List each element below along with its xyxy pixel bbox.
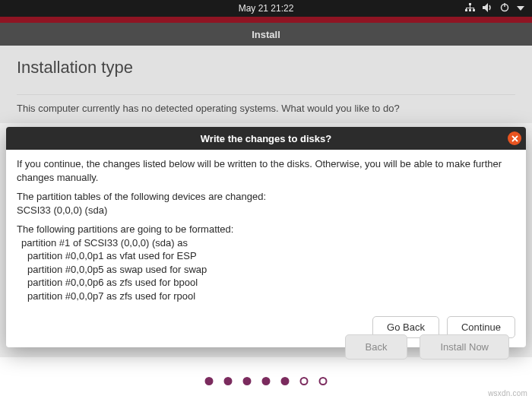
svg-rect-7: [470, 8, 470, 10]
installer-nav-actions: Back Install Now: [345, 334, 509, 359]
close-button[interactable]: [508, 131, 521, 145]
progress-dots: [205, 377, 328, 385]
dialog-intro: If you continue, the changes listed belo…: [17, 157, 515, 184]
power-icon[interactable]: [500, 3, 509, 14]
svg-marker-9: [483, 3, 488, 12]
install-now-button[interactable]: Install Now: [420, 334, 509, 359]
svg-rect-8: [473, 8, 474, 10]
format-heading: The following partitions are going to be…: [17, 223, 233, 235]
progress-dot: [300, 377, 309, 385]
progress-dot: [224, 377, 233, 385]
svg-rect-6: [466, 8, 467, 10]
partition-tables-heading: The partition tables of the following de…: [17, 191, 266, 202]
svg-rect-4: [470, 5, 470, 8]
partition-line: partition #0,0,0p6 as zfs used for bpool: [27, 277, 198, 288]
progress-dot: [281, 377, 290, 385]
partition-line: partition #0,0,0p1 as vfat used for ESP: [27, 250, 197, 261]
svg-rect-11: [504, 3, 505, 7]
chevron-down-icon[interactable]: [517, 3, 524, 14]
format-device: partition #1 of SCSI33 (0,0,0) (sda) as: [21, 237, 188, 249]
divider: [17, 94, 515, 95]
accent-strip: [0, 17, 532, 23]
clock: May 21 21:22: [239, 3, 294, 14]
partition-line: partition #0,0,0p5 as swap used for swap: [27, 264, 207, 275]
installer-window: Install Installation type This computer …: [0, 23, 532, 123]
dialog-title: Write the changes to disks?: [201, 133, 331, 144]
installation-question: This computer currently has no detected …: [17, 103, 515, 114]
svg-marker-12: [517, 6, 524, 11]
progress-dot: [262, 377, 271, 385]
write-changes-dialog: Write the changes to disks? If you conti…: [6, 127, 526, 347]
partition-line: partition #0,0,0p7 as zfs used for rpool: [27, 290, 195, 302]
partition-tables-device: SCSI33 (0,0,0) (sda): [17, 204, 107, 216]
installer-title-bar: Install: [0, 23, 532, 46]
watermark: wsxdn.com: [488, 389, 527, 397]
network-icon[interactable]: [465, 3, 475, 14]
svg-rect-0: [469, 3, 471, 5]
system-tray: [465, 3, 524, 14]
dialog-title-bar: Write the changes to disks?: [6, 127, 526, 150]
dialog-body: If you continue, the changes listed belo…: [6, 150, 526, 312]
page-heading: Installation type: [17, 58, 515, 78]
progress-dot: [205, 377, 214, 385]
back-button[interactable]: Back: [345, 334, 408, 359]
top-menu-bar: May 21 21:22: [0, 0, 532, 17]
close-icon: [511, 135, 518, 142]
progress-dot: [319, 377, 328, 385]
progress-dot: [243, 377, 252, 385]
volume-icon[interactable]: [483, 3, 492, 14]
